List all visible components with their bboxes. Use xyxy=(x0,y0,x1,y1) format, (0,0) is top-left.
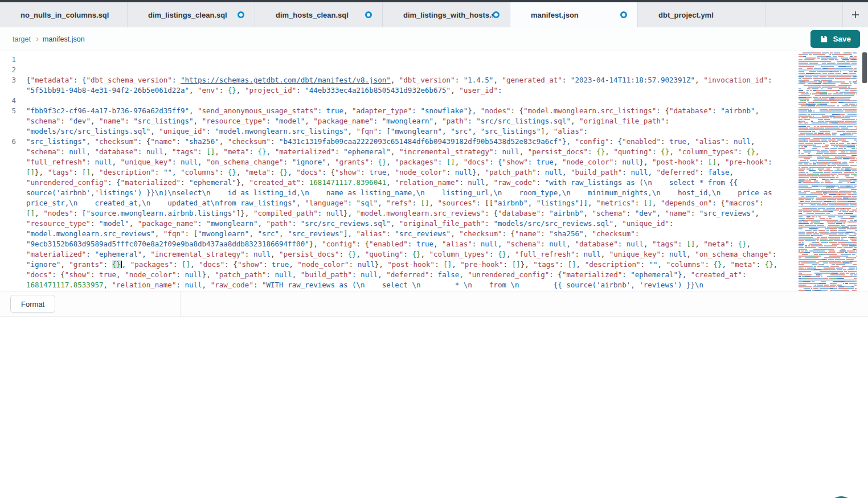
unsaved-changes-dot-icon[interactable] xyxy=(620,11,627,18)
breadcrumb-filename: manifest.json xyxy=(43,35,85,43)
tab-label: dim_listings_clean.sql xyxy=(148,11,227,19)
new-tab-button[interactable] xyxy=(843,2,868,27)
footer-panel-divider xyxy=(180,291,181,316)
code-line-2[interactable]: 2 xyxy=(0,65,793,75)
unsaved-changes-dot-icon[interactable] xyxy=(238,11,244,18)
editor-footer-bar: Format xyxy=(0,291,868,317)
line-number: 6 xyxy=(0,137,26,291)
code-line-5[interactable]: 5"fbb9f3c2-cf96-4a17-b736-976a62d35ff9",… xyxy=(0,106,793,137)
line-number: 2 xyxy=(0,65,26,75)
line-content: "fbb9f3c2-cf96-4a17-b736-976a62d35ff9", … xyxy=(26,106,780,137)
tab-label: manifest.json xyxy=(531,11,579,19)
plus-icon xyxy=(851,10,860,19)
code-line-1[interactable]: 1 xyxy=(0,55,793,65)
code-content: 123{"metadata": {"dbt_schema_version": "… xyxy=(0,55,793,291)
tab-manifest-json[interactable]: manifest.json xyxy=(510,2,638,27)
format-button[interactable]: Format xyxy=(10,295,55,313)
line-number: 3 xyxy=(0,75,26,96)
save-floppy-icon xyxy=(820,35,828,43)
editor-tab-bar: no_nulls_in_columns.sqldim_listings_clea… xyxy=(0,2,868,27)
line-number: 4 xyxy=(0,96,26,106)
code-line-3[interactable]: 3{"metadata": {"dbt_schema_version": "ht… xyxy=(0,75,793,96)
editor-scrollbar[interactable] xyxy=(862,51,867,291)
save-button-label: Save xyxy=(833,35,851,43)
code-editor[interactable]: 123{"metadata": {"dbt_schema_version": "… xyxy=(0,51,868,291)
tabbar-spacer xyxy=(765,2,843,27)
tab-label: dim_hosts_clean.sql xyxy=(276,11,349,19)
unsaved-changes-dot-icon[interactable] xyxy=(365,11,372,18)
chevron-right-icon: › xyxy=(36,34,39,43)
tab-label: dbt_project.yml xyxy=(658,11,714,19)
line-content: "src_listings", "checksum": {"name": "sh… xyxy=(26,137,780,291)
tab-dim-listings-with-hosts-sql[interactable]: dim_listings_with_hosts.sql xyxy=(383,2,510,27)
line-content xyxy=(26,65,780,75)
line-number: 1 xyxy=(0,55,26,65)
line-content: {"metadata": {"dbt_schema_version": "htt… xyxy=(26,75,780,96)
scrollbar-thumb[interactable] xyxy=(862,52,867,83)
save-button[interactable]: Save xyxy=(810,30,860,48)
tabs-container: no_nulls_in_columns.sqldim_listings_clea… xyxy=(0,2,765,27)
tab-no-nulls-in-columns-sql[interactable]: no_nulls_in_columns.sql xyxy=(0,2,128,27)
unsaved-changes-dot-icon[interactable] xyxy=(493,11,499,18)
ide-window: no_nulls_in_columns.sqldim_listings_clea… xyxy=(0,0,868,498)
editor-minimap[interactable] xyxy=(797,51,861,291)
tab-dim-listings-clean-sql[interactable]: dim_listings_clean.sql xyxy=(128,2,255,27)
code-line-6[interactable]: 6"src_listings", "checksum": {"name": "s… xyxy=(0,137,793,291)
tab-label: no_nulls_in_columns.sql xyxy=(21,11,109,19)
tab-dim-hosts-clean-sql[interactable]: dim_hosts_clean.sql xyxy=(255,2,383,27)
breadcrumb-bar: target › manifest.json Save xyxy=(0,27,868,51)
text-caret xyxy=(121,261,122,268)
results-panel-empty xyxy=(0,317,868,472)
line-content xyxy=(26,96,780,106)
tab-label: dim_listings_with_hosts.sql xyxy=(403,11,493,19)
line-content xyxy=(26,55,780,65)
breadcrumb-folder: target xyxy=(13,35,31,43)
tab-dbt-project-yml[interactable]: dbt_project.yml xyxy=(638,2,765,27)
line-number: 5 xyxy=(0,106,26,137)
code-line-4[interactable]: 4 xyxy=(0,96,793,106)
